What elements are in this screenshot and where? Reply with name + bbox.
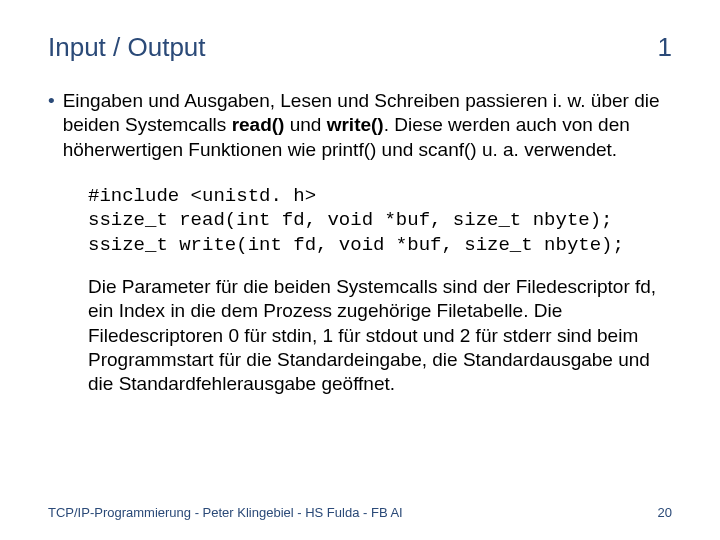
slide-footer: TCP/IP-Programmierung - Peter Klingebiel… xyxy=(48,505,672,520)
bullet-item: • Eingaben und Ausgaben, Lesen und Schre… xyxy=(48,89,672,162)
footer-left: TCP/IP-Programmierung - Peter Klingebiel… xyxy=(48,505,403,520)
bullet-text-mid: und xyxy=(284,114,326,135)
bullet-text: Eingaben und Ausgaben, Lesen und Schreib… xyxy=(63,89,672,162)
slide-number-top: 1 xyxy=(658,32,672,63)
slide: Input / Output 1 • Eingaben und Ausgaben… xyxy=(0,0,720,540)
slide-header: Input / Output 1 xyxy=(48,32,672,63)
bullet-text-bold2: write() xyxy=(327,114,384,135)
bullet-dot-icon: • xyxy=(48,89,55,113)
code-block: #include <unistd. h> ssize_t read(int fd… xyxy=(88,184,672,257)
bullet-text-bold1: read() xyxy=(232,114,285,135)
sub-paragraph: Die Parameter für die beiden Systemcalls… xyxy=(88,275,662,397)
footer-page-number: 20 xyxy=(658,505,672,520)
slide-title: Input / Output xyxy=(48,32,206,63)
